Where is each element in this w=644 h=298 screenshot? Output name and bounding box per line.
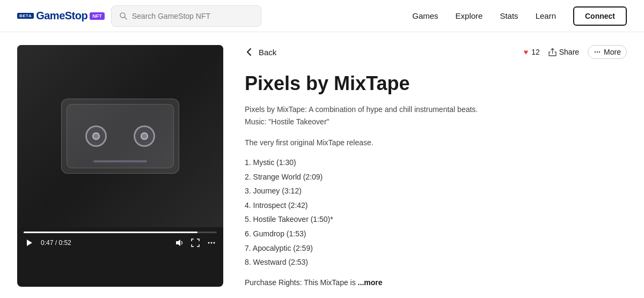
- track-3: 3. Journey (3:12): [245, 184, 627, 198]
- fullscreen-icon: [191, 239, 200, 247]
- controls-right: [174, 237, 217, 248]
- cassette-tape-window: [93, 160, 147, 162]
- progress-fill: [24, 232, 197, 233]
- like-count: 12: [531, 48, 540, 56]
- header-left: BETA GameStop NFT: [17, 5, 261, 27]
- video-frame: [17, 45, 223, 227]
- current-time: 0:47: [41, 239, 53, 247]
- play-icon: [25, 239, 33, 247]
- heart-icon: ♥: [524, 48, 528, 56]
- controls-left: 0:47 / 0:52: [24, 237, 71, 248]
- tracklist: 1. Mystic (1:30) 2. Strange World (2:09)…: [245, 155, 627, 270]
- track-1: 1. Mystic (1:30): [245, 155, 627, 170]
- nft-description: Pixels by MixTape: A combination of hype…: [245, 103, 627, 128]
- total-time: 0:52: [58, 239, 71, 247]
- nft-badge: NFT: [90, 12, 105, 20]
- reel-right: [134, 125, 155, 147]
- svg-point-4: [208, 242, 210, 244]
- svg-point-5: [211, 242, 213, 244]
- track-5: 5. Hostile Takeover (1:50)*: [245, 212, 627, 227]
- reel-left: [85, 125, 107, 147]
- share-label: Share: [559, 48, 579, 56]
- nav-explore[interactable]: Explore: [456, 11, 483, 20]
- more-dots-icon: [207, 239, 216, 247]
- svg-marker-2: [27, 240, 32, 246]
- track-4: 4. Introspect (2:42): [245, 198, 627, 213]
- more-link[interactable]: ...more: [358, 278, 383, 287]
- more-circle-icon: [594, 48, 601, 56]
- search-bar[interactable]: [111, 5, 261, 27]
- connect-button[interactable]: Connect: [573, 6, 627, 26]
- main-content: 0:47 / 0:52: [0, 32, 644, 298]
- share-button[interactable]: Share: [548, 48, 579, 56]
- back-button[interactable]: Back: [245, 47, 276, 57]
- svg-line-1: [125, 17, 127, 19]
- more-label: More: [604, 48, 621, 56]
- track-7: 7. Apocalyptic (2:59): [245, 241, 627, 256]
- more-options-button[interactable]: [206, 237, 217, 248]
- play-button[interactable]: [24, 237, 34, 248]
- track-8: 8. Westward (2:53): [245, 255, 627, 270]
- nav-learn[interactable]: Learn: [536, 11, 556, 20]
- purchase-rights: Purchase Rights: This MixTape is ...more: [245, 278, 627, 287]
- purchase-prefix: Purchase Rights: This MixTape is: [245, 278, 358, 287]
- reel-inner-right: [141, 132, 148, 140]
- svg-point-9: [597, 51, 598, 53]
- more-button[interactable]: More: [588, 45, 627, 59]
- back-label: Back: [259, 48, 276, 57]
- detail-panel: Back ♥ 12 Share: [245, 45, 627, 287]
- volume-button[interactable]: [174, 237, 185, 248]
- nav-stats[interactable]: Stats: [500, 11, 518, 20]
- cassette-illustration: [61, 99, 179, 174]
- share-icon: [548, 48, 557, 56]
- logo-area: BETA GameStop NFT: [17, 10, 105, 22]
- nft-title: Pixels by MixTape: [245, 72, 627, 95]
- controls-row: 0:47 / 0:52: [24, 237, 217, 248]
- back-arrow-icon: [245, 47, 254, 57]
- like-button[interactable]: ♥ 12: [524, 48, 540, 56]
- svg-point-6: [214, 242, 215, 244]
- fullscreen-button[interactable]: [190, 237, 201, 248]
- search-icon: [119, 12, 128, 20]
- volume-icon: [175, 239, 184, 247]
- video-player: 0:47 / 0:52: [17, 45, 223, 287]
- nav-games[interactable]: Games: [412, 11, 438, 20]
- action-buttons: ♥ 12 Share M: [524, 45, 627, 59]
- header-nav: Games Explore Stats Learn Connect: [412, 6, 627, 26]
- video-controls: 0:47 / 0:52: [17, 227, 223, 252]
- time-display: 0:47 / 0:52: [41, 239, 71, 247]
- header: BETA GameStop NFT Games Explore Stats Le…: [0, 0, 644, 32]
- svg-point-10: [599, 51, 600, 53]
- nft-desc-line2: Music: "Hostile Takeover": [245, 116, 627, 128]
- svg-marker-3: [176, 240, 180, 246]
- reel-inner-left: [92, 132, 100, 140]
- gamestop-logo: GameStop: [36, 10, 87, 22]
- back-navigation: Back ♥ 12 Share: [245, 45, 627, 59]
- cassette-reels: [85, 125, 155, 147]
- search-input[interactable]: [132, 12, 253, 20]
- progress-bar[interactable]: [24, 232, 217, 233]
- track-6: 6. Gumdrop (1:53): [245, 227, 627, 241]
- track-2: 2. Strange World (2:09): [245, 170, 627, 184]
- nft-desc-line1: Pixels by MixTape: A combination of hype…: [245, 103, 627, 115]
- nft-release: The very first original MixTape release.: [245, 138, 627, 147]
- svg-point-8: [595, 51, 596, 53]
- beta-badge: BETA: [17, 13, 34, 19]
